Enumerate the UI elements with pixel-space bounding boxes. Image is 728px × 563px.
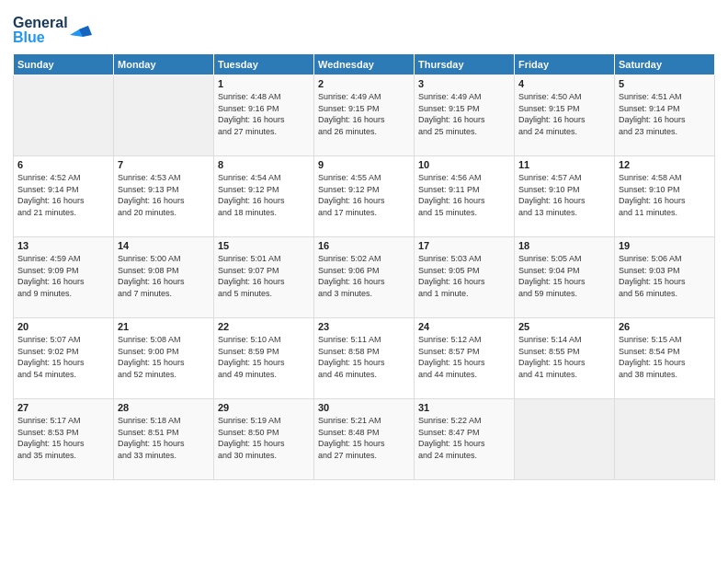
calendar-cell: 2Sunrise: 4:49 AM Sunset: 9:15 PM Daylig…	[314, 75, 415, 156]
day-number: 14	[118, 240, 210, 251]
calendar-cell: 25Sunrise: 5:14 AM Sunset: 8:55 PM Dayli…	[515, 318, 615, 399]
calendar-cell: 27Sunrise: 5:17 AM Sunset: 8:53 PM Dayli…	[14, 399, 114, 480]
day-number: 11	[518, 159, 610, 170]
day-detail: Sunrise: 5:18 AM Sunset: 8:51 PM Dayligh…	[118, 415, 210, 461]
day-detail: Sunrise: 4:56 AM Sunset: 9:11 PM Dayligh…	[418, 172, 510, 218]
day-detail: Sunrise: 5:08 AM Sunset: 9:00 PM Dayligh…	[118, 334, 210, 380]
day-number: 4	[518, 78, 610, 89]
weekday-header-monday: Monday	[114, 54, 214, 75]
day-number: 17	[418, 240, 510, 251]
calendar-cell: 1Sunrise: 4:48 AM Sunset: 9:16 PM Daylig…	[214, 75, 314, 156]
weekday-header-tuesday: Tuesday	[214, 54, 314, 75]
calendar-cell: 9Sunrise: 4:55 AM Sunset: 9:12 PM Daylig…	[314, 156, 415, 237]
calendar-table: SundayMondayTuesdayWednesdayThursdayFrid…	[13, 53, 715, 480]
day-detail: Sunrise: 4:53 AM Sunset: 9:13 PM Dayligh…	[118, 172, 210, 218]
calendar-cell: 12Sunrise: 4:58 AM Sunset: 9:10 PM Dayli…	[615, 156, 715, 237]
day-detail: Sunrise: 5:19 AM Sunset: 8:50 PM Dayligh…	[218, 415, 310, 461]
calendar-cell	[615, 399, 715, 480]
weekday-header-sunday: Sunday	[14, 54, 114, 75]
day-detail: Sunrise: 4:57 AM Sunset: 9:10 PM Dayligh…	[518, 172, 610, 218]
day-number: 20	[17, 321, 109, 332]
calendar-cell: 28Sunrise: 5:18 AM Sunset: 8:51 PM Dayli…	[114, 399, 214, 480]
day-detail: Sunrise: 4:52 AM Sunset: 9:14 PM Dayligh…	[17, 172, 109, 218]
day-detail: Sunrise: 4:55 AM Sunset: 9:12 PM Dayligh…	[318, 172, 410, 218]
day-number: 21	[118, 321, 210, 332]
day-number: 16	[318, 240, 410, 251]
day-number: 10	[418, 159, 510, 170]
calendar-cell: 23Sunrise: 5:11 AM Sunset: 8:58 PM Dayli…	[314, 318, 415, 399]
day-detail: Sunrise: 5:17 AM Sunset: 8:53 PM Dayligh…	[17, 415, 109, 461]
calendar-week-row: 1Sunrise: 4:48 AM Sunset: 9:16 PM Daylig…	[14, 75, 715, 156]
day-detail: Sunrise: 5:03 AM Sunset: 9:05 PM Dayligh…	[418, 253, 510, 299]
logo: General Blue	[13, 9, 96, 46]
calendar-cell: 10Sunrise: 4:56 AM Sunset: 9:11 PM Dayli…	[415, 156, 515, 237]
day-number: 19	[619, 240, 711, 251]
day-detail: Sunrise: 5:00 AM Sunset: 9:08 PM Dayligh…	[118, 253, 210, 299]
day-detail: Sunrise: 4:54 AM Sunset: 9:12 PM Dayligh…	[218, 172, 310, 218]
calendar-cell: 21Sunrise: 5:08 AM Sunset: 9:00 PM Dayli…	[114, 318, 214, 399]
day-detail: Sunrise: 5:02 AM Sunset: 9:06 PM Dayligh…	[318, 253, 410, 299]
calendar-cell: 7Sunrise: 4:53 AM Sunset: 9:13 PM Daylig…	[114, 156, 214, 237]
day-number: 29	[218, 402, 310, 413]
calendar-cell: 3Sunrise: 4:49 AM Sunset: 9:15 PM Daylig…	[415, 75, 515, 156]
weekday-header-saturday: Saturday	[615, 54, 715, 75]
day-detail: Sunrise: 5:21 AM Sunset: 8:48 PM Dayligh…	[318, 415, 410, 461]
calendar-cell: 16Sunrise: 5:02 AM Sunset: 9:06 PM Dayli…	[314, 237, 415, 318]
day-number: 15	[218, 240, 310, 251]
day-detail: Sunrise: 4:58 AM Sunset: 9:10 PM Dayligh…	[619, 172, 711, 218]
calendar-cell: 4Sunrise: 4:50 AM Sunset: 9:15 PM Daylig…	[515, 75, 615, 156]
calendar-week-row: 13Sunrise: 4:59 AM Sunset: 9:09 PM Dayli…	[14, 237, 715, 318]
day-number: 6	[17, 159, 109, 170]
calendar-cell: 30Sunrise: 5:21 AM Sunset: 8:48 PM Dayli…	[314, 399, 415, 480]
calendar-cell: 11Sunrise: 4:57 AM Sunset: 9:10 PM Dayli…	[515, 156, 615, 237]
day-detail: Sunrise: 5:05 AM Sunset: 9:04 PM Dayligh…	[518, 253, 610, 299]
calendar-week-row: 6Sunrise: 4:52 AM Sunset: 9:14 PM Daylig…	[14, 156, 715, 237]
day-detail: Sunrise: 5:06 AM Sunset: 9:03 PM Dayligh…	[619, 253, 711, 299]
day-number: 12	[619, 159, 711, 170]
calendar-cell	[114, 75, 214, 156]
calendar-cell: 18Sunrise: 5:05 AM Sunset: 9:04 PM Dayli…	[515, 237, 615, 318]
calendar-week-row: 20Sunrise: 5:07 AM Sunset: 9:02 PM Dayli…	[14, 318, 715, 399]
day-number: 1	[218, 78, 310, 89]
svg-text:General: General	[13, 15, 68, 30]
day-number: 5	[619, 78, 711, 89]
calendar-cell: 17Sunrise: 5:03 AM Sunset: 9:05 PM Dayli…	[415, 237, 515, 318]
day-detail: Sunrise: 5:10 AM Sunset: 8:59 PM Dayligh…	[218, 334, 310, 380]
day-detail: Sunrise: 4:48 AM Sunset: 9:16 PM Dayligh…	[218, 91, 310, 137]
day-number: 25	[518, 321, 610, 332]
page-header: General Blue	[13, 9, 715, 46]
day-number: 26	[619, 321, 711, 332]
day-number: 13	[17, 240, 109, 251]
calendar-cell: 24Sunrise: 5:12 AM Sunset: 8:57 PM Dayli…	[415, 318, 515, 399]
day-detail: Sunrise: 5:14 AM Sunset: 8:55 PM Dayligh…	[518, 334, 610, 380]
day-number: 8	[218, 159, 310, 170]
day-number: 7	[118, 159, 210, 170]
day-number: 22	[218, 321, 310, 332]
day-number: 27	[17, 402, 109, 413]
weekday-header-row: SundayMondayTuesdayWednesdayThursdayFrid…	[14, 54, 715, 75]
calendar-cell: 26Sunrise: 5:15 AM Sunset: 8:54 PM Dayli…	[615, 318, 715, 399]
day-detail: Sunrise: 5:07 AM Sunset: 9:02 PM Dayligh…	[17, 334, 109, 380]
day-number: 23	[318, 321, 410, 332]
day-detail: Sunrise: 4:51 AM Sunset: 9:14 PM Dayligh…	[619, 91, 711, 137]
day-detail: Sunrise: 5:01 AM Sunset: 9:07 PM Dayligh…	[218, 253, 310, 299]
logo-icon: General Blue	[13, 9, 96, 46]
day-number: 3	[418, 78, 510, 89]
day-number: 28	[118, 402, 210, 413]
calendar-cell: 19Sunrise: 5:06 AM Sunset: 9:03 PM Dayli…	[615, 237, 715, 318]
calendar-cell: 5Sunrise: 4:51 AM Sunset: 9:14 PM Daylig…	[615, 75, 715, 156]
day-number: 30	[318, 402, 410, 413]
calendar-cell: 29Sunrise: 5:19 AM Sunset: 8:50 PM Dayli…	[214, 399, 314, 480]
day-number: 18	[518, 240, 610, 251]
day-detail: Sunrise: 4:49 AM Sunset: 9:15 PM Dayligh…	[318, 91, 410, 137]
day-detail: Sunrise: 5:15 AM Sunset: 8:54 PM Dayligh…	[619, 334, 711, 380]
calendar-cell: 31Sunrise: 5:22 AM Sunset: 8:47 PM Dayli…	[415, 399, 515, 480]
calendar-cell: 15Sunrise: 5:01 AM Sunset: 9:07 PM Dayli…	[214, 237, 314, 318]
calendar-cell	[14, 75, 114, 156]
day-detail: Sunrise: 5:12 AM Sunset: 8:57 PM Dayligh…	[418, 334, 510, 380]
calendar-cell	[515, 399, 615, 480]
weekday-header-wednesday: Wednesday	[314, 54, 415, 75]
calendar-cell: 6Sunrise: 4:52 AM Sunset: 9:14 PM Daylig…	[14, 156, 114, 237]
weekday-header-friday: Friday	[515, 54, 615, 75]
day-number: 2	[318, 78, 410, 89]
